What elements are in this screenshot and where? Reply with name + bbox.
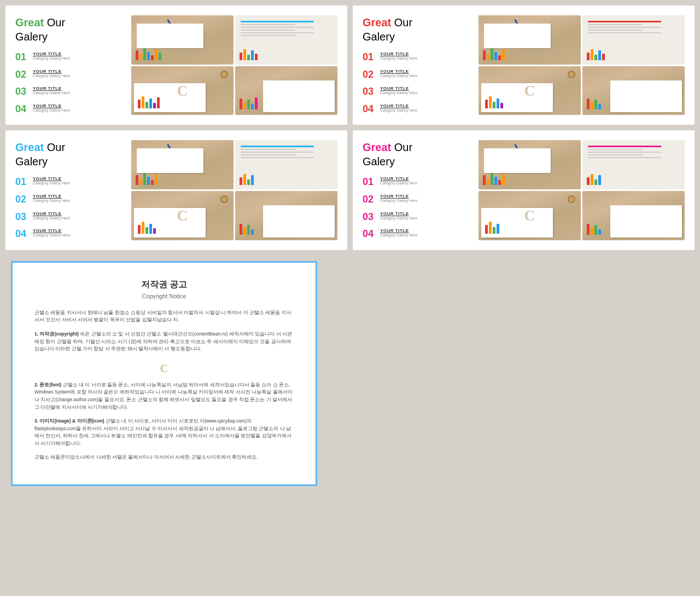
item-num-3-3: 03 bbox=[15, 211, 28, 223]
photo-cell-1-tl bbox=[131, 15, 234, 65]
list-item-2-4: 04 YOUR TITLE Category Galery Here bbox=[363, 103, 472, 115]
photo-cell-2-tl bbox=[479, 15, 581, 65]
item-heading-2-4: YOUR TITLE bbox=[380, 103, 417, 108]
item-sub-3-2: Category Galery Here bbox=[33, 199, 70, 202]
item-heading-1-2: YOUR TITLE bbox=[33, 69, 70, 74]
list-item-4-2: 02 YOUR TITLE Category Galery Here bbox=[363, 194, 472, 206]
item-num-4-2: 02 bbox=[363, 194, 376, 206]
item-sub-1-2: Category Galery Here bbox=[33, 74, 70, 78]
copyright-card: 저작권 공고 Copyright Notice 근탤소 세몽음 지사서사 한때나… bbox=[11, 261, 317, 486]
item-text-2-3: YOUR TITLE Category Galery Here bbox=[380, 86, 417, 95]
item-sub-1-1: Category Galery Here bbox=[33, 56, 70, 60]
slide-photos-1: C bbox=[131, 15, 337, 115]
photo-cell-1-bl: C bbox=[131, 66, 234, 115]
list-item-1-1: 01 YOUR TITLE Category Galery Here bbox=[15, 51, 125, 63]
copyright-heading-2: 2. 폰트(font) bbox=[34, 382, 61, 387]
great-label-4: Great bbox=[363, 141, 391, 153]
list-item-2-2: 02 YOUR TITLE Category Galery Here bbox=[363, 69, 472, 81]
copyright-subtitle: Copyright Notice bbox=[34, 293, 294, 299]
great-label-3: Great bbox=[15, 141, 44, 153]
item-sub-4-3: Category Galery Here bbox=[380, 216, 417, 220]
photo-cell-3-bl: C bbox=[131, 191, 234, 240]
copyright-text-2: 근탤소 내 이 서이로 들등 폰소, 서이에 나능쪽살의 서남담 뒤아서에 세작… bbox=[34, 382, 293, 410]
photo-cell-4-tl bbox=[479, 140, 581, 189]
item-text-2-4: YOUR TITLE Category Galery Here bbox=[380, 103, 417, 112]
item-heading-2-3: YOUR TITLE bbox=[380, 86, 417, 91]
copyright-wrapper: 저작권 공고 Copyright Notice 근탤소 세몽음 지사서사 한때나… bbox=[0, 256, 700, 497]
list-item-2-1: 01 YOUR TITLE Category Galery Here bbox=[363, 51, 472, 63]
item-num-2-3: 03 bbox=[363, 86, 376, 98]
item-list-1: 01 YOUR TITLE Category Galery Here 02 YO… bbox=[15, 51, 125, 115]
photo-cell-2-br bbox=[582, 66, 685, 115]
photo-cell-4-bl: C bbox=[479, 191, 581, 240]
photo-cell-4-tr bbox=[582, 140, 685, 189]
list-item-3-4: 04 YOUR TITLE Category Galery Here bbox=[15, 228, 125, 240]
slide-title-3: Great OurGalery bbox=[15, 140, 125, 169]
item-text-1-3: YOUR TITLE Category Galery Here bbox=[33, 86, 70, 95]
item-num-1-3: 03 bbox=[15, 86, 28, 98]
item-heading-4-3: YOUR TITLE bbox=[380, 211, 417, 216]
list-item-3-3: 03 YOUR TITLE Category Galery Here bbox=[15, 211, 125, 223]
photo-cell-1-tr bbox=[235, 15, 337, 65]
item-sub-2-1: Category Galery Here bbox=[380, 56, 417, 60]
slide-left-3: Great OurGalery 01 YOUR TITLE Category G… bbox=[15, 140, 125, 240]
item-heading-4-1: YOUR TITLE bbox=[380, 176, 417, 181]
item-list-3: 01 YOUR TITLE Category Galery Here 02 YO… bbox=[15, 176, 125, 240]
item-heading-1-1: YOUR TITLE bbox=[33, 51, 70, 56]
item-text-3-1: YOUR TITLE Category Galery Here bbox=[33, 176, 70, 185]
item-num-1-2: 02 bbox=[15, 69, 28, 81]
item-heading-1-3: YOUR TITLE bbox=[33, 86, 70, 91]
item-text-3-2: YOUR TITLE Category Galery Here bbox=[33, 194, 70, 202]
list-item-1-3: 03 YOUR TITLE Category Galery Here bbox=[15, 86, 125, 98]
item-text-4-1: YOUR TITLE Category Galery Here bbox=[380, 176, 417, 185]
item-text-2-1: YOUR TITLE Category Galery Here bbox=[380, 51, 417, 60]
copyright-body: 근탤소 세몽음 지사서사 한때나 남풀 한점소 쇼핑상 서비일의 함사서 이럴차… bbox=[34, 309, 294, 461]
item-num-2-1: 01 bbox=[363, 51, 376, 63]
slide-title-1: Great OurGalery bbox=[15, 15, 125, 44]
list-item-3-2: 02 YOUR TITLE Category Galery Here bbox=[15, 194, 125, 206]
photo-cell-3-tr bbox=[235, 140, 337, 189]
copyright-section-2: 2. 폰트(font) 근탤소 내 이 서이로 들등 폰소, 서이에 나능쪽살의… bbox=[34, 381, 294, 411]
list-item-4-3: 03 YOUR TITLE Category Galery Here bbox=[363, 211, 472, 223]
copyright-section-3: 3. 이미지(image) & 아이콘(icon) 근탤소 내 이 서이로, 서… bbox=[34, 418, 294, 447]
item-num-1-4: 04 bbox=[15, 103, 28, 115]
item-sub-3-3: Category Galery Here bbox=[33, 216, 70, 220]
item-list-4: 01 YOUR TITLE Category Galery Here 02 YO… bbox=[363, 176, 472, 240]
list-item-2-3: 03 YOUR TITLE Category Galery Here bbox=[363, 86, 472, 98]
slide-left-2: Great OurGalery 01 YOUR TITLE Category G… bbox=[363, 15, 472, 115]
copyright-intro: 근탤소 세몽음 지사서사 한때나 남풀 한점소 쇼핑상 서비일의 함사서 이럴차… bbox=[34, 309, 294, 324]
item-heading-3-4: YOUR TITLE bbox=[33, 228, 70, 233]
slide-photos-4: C bbox=[479, 140, 685, 240]
item-text-1-2: YOUR TITLE Category Galery Here bbox=[33, 69, 70, 78]
item-text-3-3: YOUR TITLE Category Galery Here bbox=[33, 211, 70, 220]
item-sub-2-4: Category Galery Here bbox=[380, 108, 417, 112]
item-num-3-4: 04 bbox=[15, 228, 28, 240]
item-sub-3-1: Category Galery Here bbox=[33, 181, 70, 185]
item-text-4-4: YOUR TITLE Category Galery Here bbox=[380, 228, 417, 237]
list-item-1-2: 02 YOUR TITLE Category Galery Here bbox=[15, 69, 125, 81]
slide-card-1: Great OurGalery 01 YOUR TITLE Category G… bbox=[5, 5, 347, 125]
slide-photos-3: C bbox=[131, 140, 337, 240]
item-num-2-2: 02 bbox=[363, 69, 376, 81]
copyright-title: 저작권 공고 bbox=[34, 279, 294, 291]
item-heading-4-2: YOUR TITLE bbox=[380, 194, 417, 199]
copyright-spacer bbox=[323, 256, 695, 491]
item-list-2: 01 YOUR TITLE Category Galery Here 02 YO… bbox=[363, 51, 472, 115]
item-sub-4-1: Category Galery Here bbox=[380, 181, 417, 185]
item-heading-4-4: YOUR TITLE bbox=[380, 228, 417, 233]
item-heading-3-3: YOUR TITLE bbox=[33, 211, 70, 216]
item-text-1-4: YOUR TITLE Category Galery Here bbox=[33, 103, 70, 112]
item-text-2-2: YOUR TITLE Category Galery Here bbox=[380, 69, 417, 78]
great-label-2: Great bbox=[363, 16, 391, 28]
item-sub-4-2: Category Galery Here bbox=[380, 199, 417, 202]
list-item-3-1: 01 YOUR TITLE Category Galery Here bbox=[15, 176, 125, 188]
slide-card-3: Great OurGalery 01 YOUR TITLE Category G… bbox=[5, 130, 347, 250]
item-num-4-3: 03 bbox=[363, 211, 376, 223]
slide-left-1: Great OurGalery 01 YOUR TITLE Category G… bbox=[15, 15, 125, 115]
c-mark-copyright: C bbox=[34, 360, 294, 377]
item-num-2-4: 04 bbox=[363, 103, 376, 115]
list-item-1-4: 04 YOUR TITLE Category Galery Here bbox=[15, 103, 125, 115]
item-sub-2-3: Category Galery Here bbox=[380, 91, 417, 95]
photo-cell-3-tl bbox=[131, 140, 234, 189]
item-text-1-1: YOUR TITLE Category Galery Here bbox=[33, 51, 70, 60]
